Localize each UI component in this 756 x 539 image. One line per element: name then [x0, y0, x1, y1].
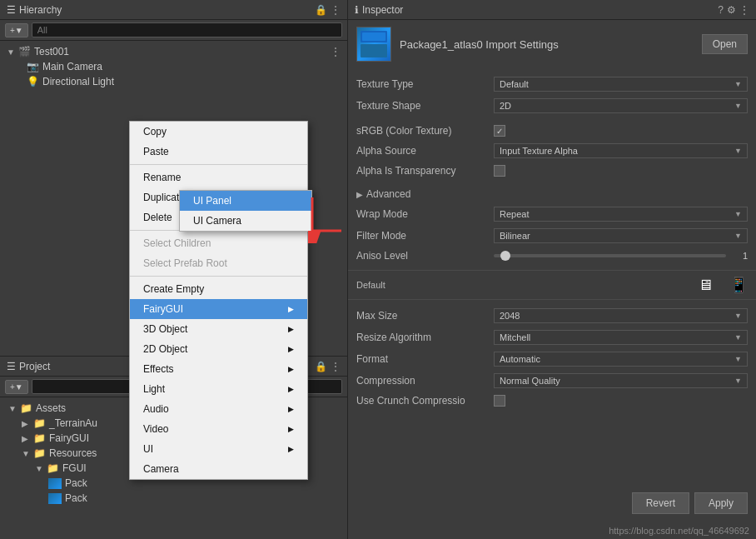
- fairygui-submenu: UI Panel UI Camera: [179, 190, 312, 232]
- submenu-item-ui-camera[interactable]: UI Camera: [180, 211, 311, 231]
- folder-icon: 📁: [33, 417, 46, 429]
- tree-item-test001[interactable]: ▼ 🎬 Test001 ⋮: [0, 44, 347, 59]
- menu-item-camera[interactable]: Camera: [130, 459, 307, 479]
- format-dropdown[interactable]: Automatic ▼: [494, 352, 748, 367]
- svg-rect-3: [361, 44, 387, 57]
- folder-icon: 📁: [20, 402, 32, 414]
- max-size-dropdown[interactable]: 2048 ▼: [494, 308, 748, 323]
- dropdown-arrow: ▼: [734, 355, 742, 363]
- settings-icon[interactable]: ⚙: [727, 4, 736, 16]
- compression-value: Normal Quality ▼: [494, 373, 748, 388]
- revert-button[interactable]: Revert: [632, 492, 689, 514]
- menu-item-audio[interactable]: Audio: [130, 399, 307, 419]
- folder-label: _TerrainAu: [49, 417, 97, 429]
- texture-type-value: Default ▼: [494, 77, 748, 92]
- folder-icon: 📁: [47, 462, 59, 474]
- alpha-source-label: Alpha Source: [356, 145, 494, 157]
- resize-algo-row: Resize Algorithm Mitchell ▼: [356, 327, 748, 348]
- dropdown-arrow: ▼: [734, 147, 742, 155]
- hierarchy-header: ☰ Hierarchy 🔒 ⋮: [0, 0, 347, 20]
- tree-item-directional-light[interactable]: 💡 Directional Light: [0, 74, 347, 89]
- format-value: Automatic ▼: [494, 352, 748, 367]
- resize-algo-dropdown[interactable]: Mitchell ▼: [494, 330, 748, 345]
- more-icon[interactable]: ⋮: [331, 4, 341, 16]
- srgb-value: [494, 125, 748, 137]
- texture-shape-dropdown[interactable]: 2D ▼: [494, 98, 748, 113]
- more-icon-inspector[interactable]: ⋮: [739, 4, 749, 16]
- resize-algo-label: Resize Algorithm: [356, 332, 494, 343]
- max-size-row: Max Size 2048 ▼: [356, 305, 748, 327]
- menu-item-light[interactable]: Light: [130, 379, 307, 399]
- menu-item-paste[interactable]: Paste: [130, 142, 307, 162]
- dropdown-arrow: ▼: [734, 232, 742, 240]
- tree-item-label: Test001: [34, 46, 69, 57]
- dropdown-arrow: ▼: [734, 312, 742, 320]
- alpha-transparency-value: [494, 165, 748, 177]
- lock-icon[interactable]: 🔒: [315, 4, 327, 16]
- folder-pack2[interactable]: Pack: [5, 491, 342, 506]
- slider-thumb[interactable]: [500, 251, 510, 261]
- compression-row: Compression Normal Quality ▼: [356, 370, 748, 392]
- wrap-mode-dropdown[interactable]: Repeat ▼: [494, 207, 748, 222]
- menu-item-fairygui[interactable]: FairyGUI: [130, 299, 307, 319]
- add-button[interactable]: +▼: [5, 23, 28, 37]
- srgb-label: sRGB (Color Texture): [356, 125, 494, 137]
- tree-arrow: ▼: [7, 47, 18, 57]
- menu-item-copy[interactable]: Copy: [130, 122, 307, 142]
- menu-item-create-empty[interactable]: Create Empty: [130, 279, 307, 299]
- hierarchy-toolbar: +▼: [0, 20, 347, 41]
- context-menu: Copy Paste Rename Duplicate Delete Selec…: [129, 121, 308, 480]
- dropdown-arrow: ▼: [734, 210, 742, 218]
- wrap-mode-value: Repeat ▼: [494, 207, 748, 222]
- project-add-btn[interactable]: +▼: [5, 380, 28, 394]
- help-icon[interactable]: ?: [718, 4, 724, 16]
- inspector-header: ℹ Inspector ? ⚙ ⋮: [348, 0, 756, 20]
- texture-type-label: Texture Type: [356, 78, 494, 90]
- menu-item-rename[interactable]: Rename: [130, 167, 307, 187]
- menu-item-select-children[interactable]: Select Children: [130, 233, 307, 253]
- pack-icon: [48, 493, 62, 504]
- alpha-transparency-checkbox[interactable]: [494, 165, 505, 177]
- submenu-item-ui-panel[interactable]: UI Panel: [180, 191, 311, 211]
- crunch-checkbox[interactable]: [494, 395, 505, 407]
- section-arrow: ▶: [356, 190, 363, 199]
- crunch-row: Use Crunch Compressio: [356, 392, 748, 410]
- format-row: Format Automatic ▼: [356, 348, 748, 370]
- menu-item-effects[interactable]: Effects: [130, 359, 307, 379]
- slider-track: [494, 254, 726, 257]
- menu-item-video[interactable]: Video: [130, 419, 307, 439]
- alpha-source-dropdown[interactable]: Input Texture Alpha ▼: [494, 143, 748, 158]
- monitor-icon[interactable]: 🖥: [698, 277, 713, 294]
- menu-item-select-prefab-root[interactable]: Select Prefab Root: [130, 253, 307, 273]
- folder-label: Assets: [36, 402, 66, 414]
- compression-dropdown[interactable]: Normal Quality ▼: [494, 373, 748, 388]
- hierarchy-panel: ☰ Hierarchy 🔒 ⋮ +▼ ▼ 🎬 Test001 ⋮ 📷 Mai: [0, 0, 348, 539]
- menu-divider-3: [130, 276, 307, 277]
- dropdown-arrow: ▼: [734, 80, 742, 88]
- filter-mode-dropdown[interactable]: Bilinear ▼: [494, 228, 748, 243]
- dropdown-arrow: ▼: [734, 102, 742, 110]
- aniso-level-row: Aniso Level 1: [356, 247, 748, 265]
- folder-label: Pack: [65, 492, 87, 504]
- texture-type-dropdown[interactable]: Default ▼: [494, 77, 748, 92]
- android-icon[interactable]: 📱: [729, 276, 748, 294]
- menu-item-3d-object[interactable]: 3D Object: [130, 319, 307, 339]
- texture-shape-label: Texture Shape: [356, 100, 494, 112]
- folder-label: Pack: [65, 477, 87, 489]
- options-icon[interactable]: ⋮: [331, 46, 341, 57]
- menu-item-ui[interactable]: UI: [130, 439, 307, 459]
- hierarchy-search[interactable]: [32, 22, 342, 37]
- project-lock-icon[interactable]: 🔒: [315, 361, 327, 372]
- advanced-section[interactable]: ▶ Advanced: [356, 185, 748, 203]
- tree-item-main-camera[interactable]: 📷 Main Camera: [0, 59, 347, 74]
- srgb-checkbox[interactable]: [494, 125, 505, 137]
- aniso-slider[interactable]: 1: [494, 251, 748, 261]
- apply-button[interactable]: Apply: [694, 492, 748, 514]
- tree-arrow: ▼: [8, 404, 20, 413]
- hierarchy-title: ☰ Hierarchy: [7, 4, 62, 16]
- menu-item-2d-object[interactable]: 2D Object: [130, 339, 307, 359]
- open-button[interactable]: Open: [702, 34, 748, 54]
- project-more-icon[interactable]: ⋮: [331, 361, 341, 372]
- alpha-transparency-row: Alpha Is Transparency: [356, 162, 748, 180]
- tree-arrow: ▶: [22, 419, 33, 428]
